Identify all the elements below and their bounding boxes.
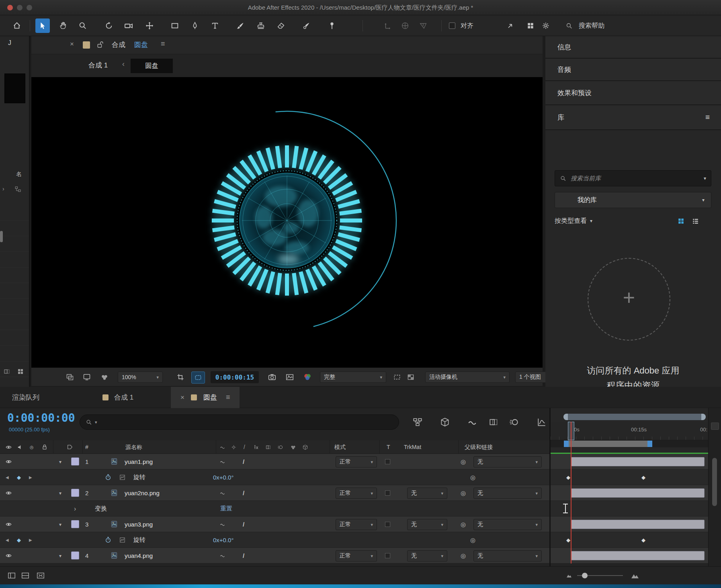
motion-blur-icon[interactable] [509, 417, 519, 427]
preview-timecode[interactable]: 0:00:00:15 [211, 371, 259, 383]
group-disclosure[interactable]: › [74, 501, 76, 517]
home-tool[interactable] [10, 18, 24, 33]
pick-whip-icon[interactable]: ◎ [461, 454, 466, 470]
navigator-start-handle[interactable] [563, 414, 568, 420]
rgb-channels-icon[interactable] [303, 373, 312, 382]
in-out-pane-toggle[interactable] [36, 571, 45, 580]
type-tool[interactable] [208, 18, 222, 33]
snapshot-icon[interactable] [268, 373, 277, 382]
solo-column-icon[interactable]: ◎ [30, 440, 34, 454]
close-tab-icon[interactable]: × [180, 394, 184, 402]
comp-marker-button[interactable] [711, 423, 719, 430]
mini-flowchart-icon[interactable] [412, 417, 423, 427]
composition-viewer[interactable] [31, 77, 543, 368]
frame-blend-switch-icon[interactable] [265, 444, 271, 450]
zoom-in-icon[interactable] [630, 571, 640, 580]
visibility-toggle[interactable] [5, 521, 12, 528]
stopwatch-icon[interactable] [104, 474, 112, 481]
tab-disc[interactable]: × 圆盘 ≡ [171, 387, 240, 408]
layer-label-swatch[interactable] [71, 457, 79, 466]
axis-mode-world[interactable] [398, 18, 412, 33]
shy-switch[interactable] [219, 553, 225, 559]
property-name[interactable]: 旋转 [133, 470, 145, 485]
work-area-bar[interactable] [567, 441, 650, 447]
pick-whip-icon[interactable]: ◎ [461, 548, 466, 564]
axis-mode-view[interactable] [416, 18, 430, 33]
vertical-scrollbar[interactable] [712, 458, 717, 506]
rotation-value[interactable]: 0x+0.0° [213, 532, 234, 548]
blend-mode-dropdown[interactable]: 正常▾ [336, 488, 377, 499]
layer-duration-bar[interactable] [571, 551, 705, 560]
keyframe-diamond[interactable]: ◆ [641, 532, 645, 548]
puppet-pin-tool[interactable] [325, 18, 339, 33]
next-keyframe-button[interactable]: ▶ [29, 470, 32, 485]
visibility-toggle[interactable] [5, 490, 12, 496]
preserve-transparency-toggle[interactable] [385, 459, 390, 464]
panel-tab-audio[interactable]: 音频 [545, 59, 721, 81]
collapse-switch-icon[interactable] [231, 444, 237, 450]
quality-switch[interactable]: / [243, 548, 244, 564]
pen-tool[interactable] [188, 18, 202, 33]
mode-column-header[interactable]: 模式 [334, 440, 346, 454]
trkmat-column-header[interactable]: TrkMat [404, 440, 421, 454]
transparency-grid-icon[interactable] [407, 373, 415, 381]
layer-duration-bar[interactable] [571, 520, 705, 529]
selection-tool[interactable] [35, 18, 50, 33]
workspace-settings-button[interactable] [539, 18, 553, 33]
preserve-transparency-toggle[interactable] [385, 553, 390, 558]
motion-path-button[interactable] [503, 18, 518, 33]
keyframe-diamond[interactable]: ◆ [566, 470, 570, 485]
track-row-transform[interactable] [551, 501, 708, 517]
project-panel-icon-2[interactable] [17, 368, 24, 375]
layer-name[interactable]: yuan3.png [125, 517, 153, 532]
quality-switch[interactable]: / [243, 454, 244, 470]
pick-whip-icon[interactable]: ◎ [461, 485, 466, 501]
transform-group-row[interactable]: › 变换 重置 [0, 501, 549, 517]
label-column-icon[interactable] [67, 444, 73, 450]
layer-row-1[interactable]: ▾ 1 yuan1.png / 正常▾ ◎ 无▾ [0, 454, 549, 470]
trkmat-dropdown[interactable]: 无▾ [407, 550, 447, 561]
keyframe-indicator[interactable]: ◆ [17, 532, 21, 548]
breadcrumb-current-box[interactable]: 圆盘 [131, 59, 173, 73]
parent-dropdown[interactable]: 无▾ [473, 519, 542, 530]
time-navigator[interactable] [563, 414, 706, 420]
t-column-header[interactable]: T [387, 440, 390, 454]
project-tab-label[interactable]: J [8, 39, 11, 47]
transfer-controls-pane-toggle[interactable] [21, 571, 30, 580]
orbit-camera-tool[interactable] [102, 18, 116, 33]
layer-row-2[interactable]: ▾ 2 yuan2no.png / 正常▾ 无▾ ◎ 无▾ [0, 485, 549, 501]
parent-dropdown[interactable]: 无▾ [473, 488, 542, 499]
layer-name[interactable]: yuan2no.png [125, 485, 160, 501]
layer-label-swatch[interactable] [71, 520, 79, 528]
layer-duration-bar[interactable] [571, 488, 705, 498]
visibility-toggle[interactable] [5, 458, 12, 465]
panel-tab-libraries[interactable]: 库 ≡ [545, 105, 721, 130]
graph-toggle-icon[interactable] [119, 474, 126, 481]
zoom-tool[interactable] [76, 18, 90, 33]
roto-brush-tool[interactable] [299, 18, 314, 33]
parent-dropdown[interactable]: 无▾ [473, 550, 542, 561]
stopwatch-icon[interactable] [104, 536, 112, 543]
track-row-layer-2[interactable] [551, 485, 708, 501]
reset-link[interactable]: 重置 [220, 501, 232, 517]
preserve-transparency-toggle[interactable] [385, 522, 390, 527]
pan-behind-tool[interactable] [142, 18, 157, 33]
lock-icon[interactable] [96, 41, 104, 49]
prev-keyframe-button[interactable]: ◀ [6, 470, 9, 485]
blend-mode-dropdown[interactable]: 正常▾ [336, 456, 377, 468]
parent-dropdown[interactable]: 无▾ [473, 456, 542, 468]
disclosure-triangle[interactable]: ▾ [59, 517, 61, 532]
panel-menu-icon[interactable]: ≡ [226, 393, 230, 402]
project-panel-icon-1[interactable] [3, 368, 10, 375]
close-tab-icon[interactable]: × [70, 40, 74, 48]
breadcrumb-parent[interactable]: 合成 1 [88, 61, 108, 70]
expand-arrow[interactable]: › [2, 186, 4, 192]
timeline-zoom-slider[interactable] [577, 575, 623, 576]
comp-tab-prefix[interactable]: 合成 [112, 40, 125, 49]
pick-whip-icon[interactable]: ◎ [470, 470, 475, 485]
blend-mode-dropdown[interactable]: 正常▾ [336, 519, 377, 530]
shy-layers-icon[interactable] [467, 417, 477, 427]
layer-label-swatch[interactable] [71, 489, 79, 497]
keyframe-diamond[interactable]: ◆ [641, 470, 645, 485]
trkmat-dropdown[interactable]: 无▾ [407, 519, 447, 530]
